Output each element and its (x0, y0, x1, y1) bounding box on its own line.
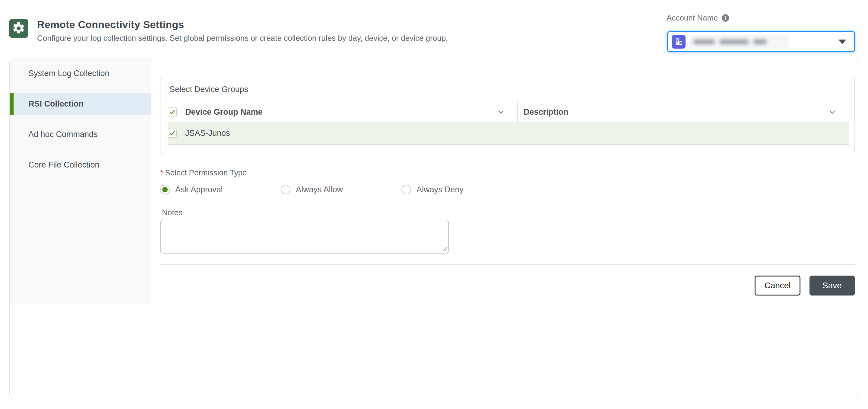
cancel-button[interactable]: Cancel (754, 275, 801, 295)
action-buttons: Cancel Save (160, 275, 855, 295)
table-header-row: Device Group Name Description (168, 102, 849, 122)
save-button[interactable]: Save (809, 275, 855, 295)
permission-type-label: Select Permission Type (165, 168, 247, 177)
permission-type-label-row: * Select Permission Type (160, 168, 854, 177)
radio-ask-approval[interactable]: Ask Approval (160, 185, 281, 195)
account-name-label: Account Name (666, 13, 718, 23)
device-groups-label: Select Device Groups (160, 85, 849, 94)
radio-always-allow[interactable]: Always Allow (281, 185, 401, 195)
radio-unselected-icon (281, 185, 290, 195)
notes-label: Notes (160, 208, 854, 217)
radio-always-deny[interactable]: Always Deny (401, 185, 522, 195)
main-content: Select Device Groups Device Group Name (151, 58, 859, 399)
page-subtitle: Configure your log collection settings. … (37, 33, 448, 43)
required-asterisk: * (160, 168, 163, 177)
page-title: Remote Connectivity Settings (37, 19, 448, 30)
sidebar-item-system-log-collection[interactable]: System Log Collection (10, 62, 151, 85)
building-icon (672, 35, 685, 49)
sidebar-item-ad-hoc-commands[interactable]: Ad hoc Commands (10, 123, 151, 146)
sidebar: System Log Collection RSI Collection Ad … (10, 58, 151, 304)
page: Remote Connectivity Settings Configure y… (0, 0, 868, 409)
sort-chevron-icon[interactable] (828, 108, 837, 117)
chevron-down-icon (838, 39, 846, 44)
sidebar-item-core-file-collection[interactable]: Core File Collection (10, 154, 151, 176)
row-checkbox[interactable] (168, 128, 177, 138)
footer-divider (160, 264, 855, 265)
device-groups-table: Device Group Name Description (168, 102, 849, 145)
select-all-checkbox[interactable] (168, 108, 177, 117)
device-group-name-cell: JSAS-Junos (185, 128, 230, 138)
sort-chevron-icon[interactable] (496, 108, 505, 117)
column-header-description: Description (524, 108, 568, 117)
column-header-device-group-name: Device Group Name (185, 108, 263, 117)
device-groups-card: Select Device Groups Device Group Name (160, 77, 855, 154)
permission-radio-group: Ask Approval Always Allow Always Deny (160, 185, 854, 195)
notes-textarea[interactable] (160, 220, 449, 254)
account-select[interactable] (667, 31, 855, 52)
table-row: JSAS-Junos (168, 122, 849, 145)
radio-selected-icon (160, 185, 170, 195)
account-value-redacted (689, 35, 789, 48)
sidebar-item-rsi-collection[interactable]: RSI Collection (10, 93, 151, 115)
settings-panel: System Log Collection RSI Collection Ad … (9, 58, 859, 399)
radio-unselected-icon (401, 185, 411, 195)
info-icon[interactable]: i (722, 14, 729, 22)
account-section: Account Name i (666, 13, 855, 23)
gear-icon (9, 19, 28, 38)
